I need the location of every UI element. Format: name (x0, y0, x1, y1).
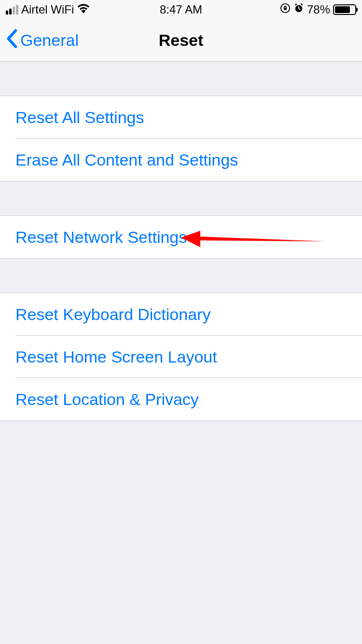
section-gap (0, 259, 362, 293)
reset-all-settings-row[interactable]: Reset All Settings (0, 96, 362, 139)
back-button[interactable]: General (0, 29, 79, 52)
svg-line-4 (301, 4, 303, 5)
battery-percentage: 78% (307, 3, 330, 16)
reset-home-screen-layout-row[interactable]: Reset Home Screen Layout (0, 336, 362, 378)
row-label: Reset Keyboard Dictionary (15, 305, 210, 324)
rotation-lock-icon (280, 3, 291, 16)
battery-icon (333, 4, 356, 15)
svg-line-3 (295, 4, 297, 5)
section-1: Reset All Settings Erase All Content and… (0, 96, 362, 182)
row-label: Reset All Settings (15, 108, 144, 127)
reset-location-privacy-row[interactable]: Reset Location & Privacy (0, 378, 362, 420)
section-gap (0, 182, 362, 215)
row-label: Reset Network Settings (15, 228, 187, 247)
reset-network-settings-row[interactable]: Reset Network Settings (0, 216, 362, 258)
section-3: Reset Keyboard Dictionary Reset Home Scr… (0, 293, 362, 421)
signal-bars-icon (6, 5, 18, 14)
status-time: 8:47 AM (160, 3, 202, 16)
carrier-label: Airtel WiFi (21, 3, 74, 16)
chevron-left-icon (6, 29, 17, 52)
section-gap (0, 62, 362, 96)
status-left: Airtel WiFi (6, 3, 90, 16)
nav-bar: General Reset (0, 19, 362, 62)
row-label: Reset Location & Privacy (15, 390, 199, 409)
row-label: Erase All Content and Settings (15, 151, 238, 169)
status-right: 78% (280, 3, 356, 16)
back-label: General (20, 31, 79, 50)
page-title: Reset (159, 31, 204, 50)
svg-rect-1 (284, 8, 287, 10)
status-bar: Airtel WiFi 8:47 AM (0, 0, 362, 19)
alarm-icon (293, 3, 304, 16)
reset-keyboard-dictionary-row[interactable]: Reset Keyboard Dictionary (0, 293, 362, 336)
section-2: Reset Network Settings (0, 215, 362, 259)
row-label: Reset Home Screen Layout (15, 348, 217, 366)
erase-all-content-row[interactable]: Erase All Content and Settings (0, 139, 362, 181)
wifi-icon (77, 3, 90, 16)
